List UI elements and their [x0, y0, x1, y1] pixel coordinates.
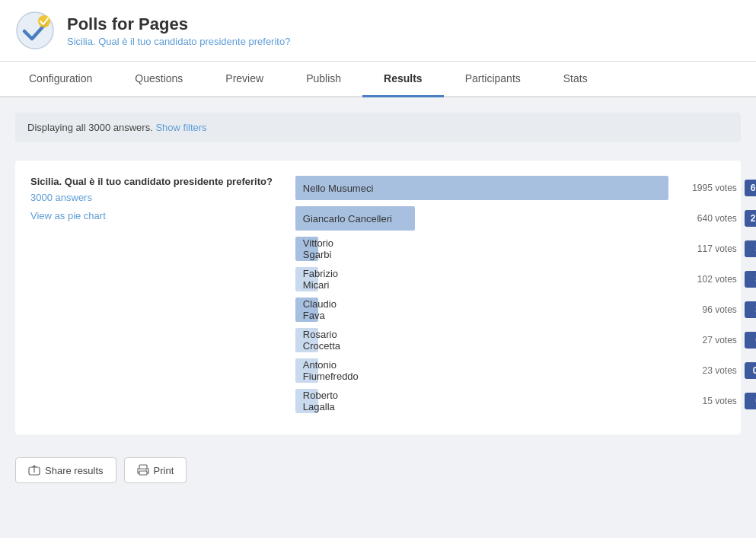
- view-as-pie-link[interactable]: View as pie chart: [30, 210, 106, 221]
- result-bar: Vittorio Sgarbi: [295, 237, 318, 261]
- result-name: Nello Musumeci: [303, 183, 373, 194]
- result-row: Giancarlo Cancelleri 640 votes 21,35%: [295, 206, 756, 231]
- result-percent: 0,5%: [745, 393, 756, 409]
- result-votes: 1995 votes: [676, 183, 737, 193]
- poll-section: Sicilia. Qual è il tuo candidato preside…: [15, 161, 741, 435]
- svg-point-6: [145, 470, 147, 471]
- result-percent: 0,9%: [745, 332, 756, 349]
- main-content: Displaying all 3000 answers. Show filter…: [0, 97, 756, 514]
- tab-configuration[interactable]: Configuration: [8, 62, 113, 97]
- poll-subtitle: Sicilia. Qual è il tuo candidato preside…: [67, 36, 290, 47]
- tab-participants[interactable]: Participants: [444, 62, 542, 97]
- print-button[interactable]: Print: [124, 457, 187, 483]
- result-votes: 640 votes: [676, 213, 737, 224]
- app-header: Polls for Pages Sicilia. Qual è il tuo c…: [0, 0, 756, 62]
- result-row: Nello Musumeci 1995 votes 66,05%: [295, 176, 756, 200]
- result-name: Fabrizio Micari: [303, 268, 338, 291]
- result-percent: 21,35%: [745, 210, 756, 227]
- result-bar-container: Roberto Lagalla: [295, 389, 668, 413]
- result-votes: 117 votes: [676, 244, 737, 254]
- result-name: Antonio Fiumefreddo: [303, 359, 359, 382]
- results-list: Nello Musumeci 1995 votes 66,05% Giancar…: [295, 176, 756, 419]
- result-row: Rosario Crocetta 27 votes 0,9%: [295, 328, 756, 352]
- show-filters-link[interactable]: Show filters: [155, 122, 206, 133]
- answers-count: 3000 answers: [30, 192, 273, 203]
- result-row: Vittorio Sgarbi 117 votes 3,9%: [295, 237, 756, 261]
- svg-rect-5: [139, 471, 147, 475]
- share-icon: [28, 464, 40, 476]
- tab-questions[interactable]: Questions: [113, 62, 204, 97]
- app-logo: [15, 11, 55, 50]
- poll-question: Sicilia. Qual è il tuo candidato preside…: [30, 176, 273, 187]
- tab-preview[interactable]: Preview: [204, 62, 285, 97]
- svg-rect-4: [139, 465, 147, 469]
- result-name: Claudio Fava: [303, 298, 337, 321]
- print-icon: [137, 464, 149, 476]
- share-results-label: Share results: [45, 465, 104, 476]
- result-percent: 3,4%: [745, 271, 756, 288]
- result-votes: 102 votes: [676, 274, 737, 285]
- result-bar: Giancarlo Cancelleri: [295, 206, 415, 231]
- result-votes: 15 votes: [676, 396, 737, 406]
- filter-text: Displaying all 3000 answers.: [27, 122, 153, 133]
- nav-tabs: Configuration Questions Preview Publish …: [0, 62, 756, 97]
- result-row: Antonio Fiumefreddo 23 votes 0,75%: [295, 358, 756, 383]
- share-results-button[interactable]: Share results: [15, 457, 116, 483]
- result-row: Fabrizio Micari 102 votes 3,4%: [295, 267, 756, 291]
- result-bar: Rosario Crocetta: [295, 328, 318, 352]
- result-name: Rosario Crocetta: [303, 329, 340, 352]
- result-name: Roberto Lagalla: [303, 390, 338, 412]
- result-percent: 66,05%: [745, 180, 756, 196]
- result-percent: 0,75%: [745, 362, 756, 379]
- result-bar-container: Nello Musumeci: [295, 176, 668, 200]
- result-votes: 96 votes: [676, 304, 737, 315]
- result-row: Roberto Lagalla 15 votes 0,5%: [295, 389, 756, 413]
- result-bar: Roberto Lagalla: [295, 389, 318, 413]
- result-bar-container: Claudio Fava: [295, 298, 668, 322]
- result-bar: Claudio Fava: [295, 298, 318, 322]
- result-bar-container: Fabrizio Micari: [295, 267, 668, 291]
- result-bar-container: Vittorio Sgarbi: [295, 237, 668, 261]
- app-title: Polls for Pages: [67, 14, 290, 34]
- result-percent: 3,9%: [745, 240, 756, 257]
- print-label: Print: [154, 465, 174, 476]
- result-bar: Fabrizio Micari: [295, 267, 318, 291]
- result-name: Vittorio Sgarbi: [303, 237, 333, 260]
- result-bar-container: Giancarlo Cancelleri: [295, 206, 668, 231]
- poll-meta: Sicilia. Qual è il tuo candidato preside…: [30, 176, 273, 419]
- result-bar: Antonio Fiumefreddo: [295, 358, 318, 383]
- tab-results[interactable]: Results: [362, 62, 444, 97]
- tab-stats[interactable]: Stats: [542, 62, 609, 97]
- result-percent: 3,2%: [745, 301, 756, 318]
- filter-bar: Displaying all 3000 answers. Show filter…: [15, 113, 741, 142]
- result-name: Giancarlo Cancelleri: [303, 213, 392, 224]
- result-bar: Nello Musumeci: [295, 176, 668, 200]
- result-votes: 23 votes: [676, 365, 737, 376]
- header-text-block: Polls for Pages Sicilia. Qual è il tuo c…: [67, 14, 290, 47]
- result-row: Claudio Fava 96 votes 3,2%: [295, 298, 756, 322]
- result-bar-container: Antonio Fiumefreddo: [295, 358, 668, 383]
- result-bar-container: Rosario Crocetta: [295, 328, 668, 352]
- tab-publish[interactable]: Publish: [285, 62, 362, 97]
- footer-buttons: Share results Print: [15, 450, 741, 498]
- result-votes: 27 votes: [676, 335, 737, 345]
